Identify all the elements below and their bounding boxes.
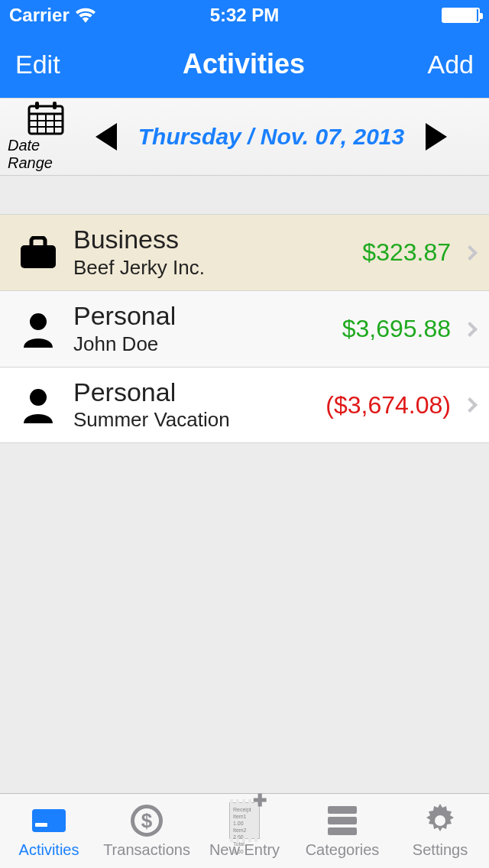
list-item-title: Personal — [73, 302, 342, 330]
svg-rect-2 — [35, 102, 39, 109]
tab-categories[interactable]: Categories — [293, 803, 391, 859]
tab-transactions[interactable]: $ Transactions — [98, 803, 196, 859]
date-range-label: Date Range — [8, 137, 84, 172]
person-icon — [15, 311, 61, 348]
battery-icon — [442, 8, 480, 23]
tab-label: Settings — [413, 841, 468, 859]
date-range-button[interactable]: Date Range — [8, 102, 84, 172]
nav-bar: Edit Activities Add — [0, 31, 489, 98]
list-item[interactable]: Personal John Doe $3,695.88 — [0, 290, 489, 367]
list-item-amount: ($3,674.08) — [325, 391, 474, 419]
tab-new-entry[interactable]: ReceiptItem1 1.00Item2 2.00Total 3.00✚ N… — [196, 803, 293, 859]
date-range-bar: Date Range Thursday / Nov. 07, 2013 — [0, 98, 489, 176]
list-item-amount: $3,695.88 — [342, 315, 474, 343]
edit-button[interactable]: Edit — [15, 50, 60, 79]
list-item-subtitle: Beef Jerky Inc. — [73, 256, 362, 280]
svg-point-11 — [30, 389, 47, 406]
svg-point-10 — [30, 313, 47, 330]
next-date-button[interactable] — [426, 123, 447, 151]
list-item-text: Business Beef Jerky Inc. — [61, 225, 362, 279]
tab-label: Activities — [19, 841, 79, 859]
person-icon — [15, 387, 61, 423]
receipt-icon: ReceiptItem1 1.00Item2 2.00Total 3.00✚ — [225, 803, 264, 838]
status-right — [437, 8, 480, 23]
list-item-title: Personal — [73, 378, 325, 406]
briefcase-icon — [15, 236, 61, 270]
list-item-title: Business — [73, 225, 362, 254]
date-navigator: Thursday / Nov. 07, 2013 — [84, 123, 489, 151]
prev-date-button[interactable] — [96, 123, 117, 151]
tab-label: Categories — [306, 841, 380, 859]
current-date[interactable]: Thursday / Nov. 07, 2013 — [138, 124, 405, 150]
tab-activities[interactable]: Activities — [0, 803, 98, 859]
list-item-text: Personal John Doe — [61, 302, 342, 355]
tab-bar: Activities $ Transactions ReceiptItem1 1… — [0, 793, 489, 868]
card-icon — [30, 803, 68, 838]
svg-rect-9 — [21, 245, 56, 268]
tab-label: Transactions — [103, 841, 190, 859]
categories-icon — [323, 803, 361, 838]
gear-icon — [421, 803, 459, 838]
status-bar: Carrier 5:32 PM — [0, 0, 489, 31]
svg-point-12 — [435, 815, 445, 826]
activities-list: Business Beef Jerky Inc. $323.87 Persona… — [0, 214, 489, 443]
tab-label: New Entry — [209, 841, 280, 859]
status-time: 5:32 PM — [0, 5, 489, 26]
page-title: Activities — [183, 48, 305, 80]
svg-rect-3 — [53, 102, 57, 109]
list-item-amount: $323.87 — [362, 238, 474, 267]
tab-settings[interactable]: Settings — [391, 803, 489, 859]
list-item-text: Personal Summer Vacation — [61, 378, 325, 432]
dollar-icon: $ — [128, 803, 166, 838]
list-item-subtitle: John Doe — [73, 332, 342, 356]
add-button[interactable]: Add — [427, 50, 474, 79]
list-item[interactable]: Business Beef Jerky Inc. $323.87 — [0, 214, 489, 290]
list-item[interactable]: Personal Summer Vacation ($3,674.08) — [0, 367, 489, 443]
calendar-icon — [28, 102, 64, 135]
list-item-subtitle: Summer Vacation — [73, 408, 325, 432]
